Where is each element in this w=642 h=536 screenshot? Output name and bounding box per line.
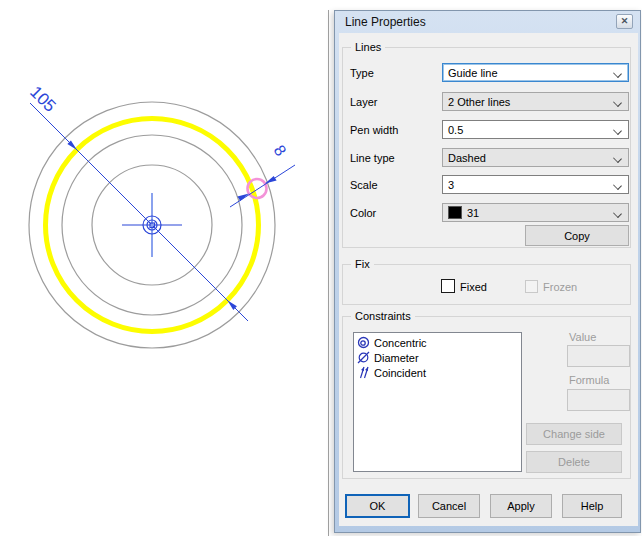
list-item-coincident[interactable]: Coincident xyxy=(354,365,521,380)
line-properties-dialog: Line Properties ✕ Lines Type Guide line … xyxy=(334,10,641,533)
constraint-label: Coincident xyxy=(374,367,426,379)
constraints-group-label: Constraints xyxy=(351,310,415,322)
chevron-down-icon xyxy=(613,69,622,78)
lines-group-label: Lines xyxy=(351,41,385,53)
help-button[interactable]: Help xyxy=(562,494,622,518)
color-swatch xyxy=(448,206,462,219)
delete-button: Delete xyxy=(526,451,622,473)
cad-drawing[interactable]: 105 8 xyxy=(0,0,334,536)
layer-combobox[interactable]: 2 Other lines xyxy=(442,92,629,111)
constraint-label: Diameter xyxy=(374,352,419,364)
change-side-button: Change side xyxy=(526,423,622,445)
copy-button[interactable]: Copy xyxy=(525,225,629,246)
frozen-checkbox xyxy=(525,280,538,293)
pen-width-value: 0.5 xyxy=(448,124,463,136)
scale-combobox[interactable]: 3 xyxy=(442,175,629,194)
frozen-checkbox-label: Frozen xyxy=(543,281,577,293)
scale-value: 3 xyxy=(448,179,454,191)
drawing-canvas[interactable]: 105 8 xyxy=(0,0,334,536)
chevron-down-icon xyxy=(613,126,622,135)
chevron-down-icon xyxy=(613,181,622,190)
chevron-down-icon xyxy=(613,154,622,163)
fixed-checkbox-label: Fixed xyxy=(460,281,487,293)
ok-button[interactable]: OK xyxy=(345,494,410,518)
value-input xyxy=(567,345,630,367)
diameter-icon xyxy=(357,351,370,364)
dialog-title: Line Properties xyxy=(345,15,426,29)
color-combobox[interactable]: 31 xyxy=(442,203,629,222)
dialog-content: Lines Type Guide line Layer 2 Other line… xyxy=(339,33,638,526)
fixed-checkbox[interactable] xyxy=(441,279,455,293)
color-label: Color xyxy=(350,207,376,219)
layer-value: 2 Other lines xyxy=(448,96,510,108)
color-value: 31 xyxy=(467,207,479,219)
type-combobox[interactable]: Guide line xyxy=(442,63,629,82)
application-window: 105 8 Line Properties ✕ Lines Ty xyxy=(0,0,642,536)
chevron-down-icon xyxy=(613,209,622,218)
close-button[interactable]: ✕ xyxy=(616,14,633,29)
type-value: Guide line xyxy=(448,67,498,79)
dimension-text-105[interactable]: 105 xyxy=(26,82,59,115)
concentric-icon xyxy=(357,336,370,349)
cancel-button[interactable]: Cancel xyxy=(418,494,480,518)
formula-label: Formula xyxy=(569,374,609,386)
pen-width-combobox[interactable]: 0.5 xyxy=(442,120,629,139)
formula-input xyxy=(567,389,630,411)
dialog-titlebar[interactable]: Line Properties xyxy=(335,11,640,33)
constraint-label: Concentric xyxy=(374,337,427,349)
close-icon: ✕ xyxy=(621,16,629,26)
list-item-concentric[interactable]: Concentric xyxy=(354,335,521,350)
value-label: Value xyxy=(569,331,596,343)
list-item-diameter[interactable]: Diameter xyxy=(354,350,521,365)
dimension-arrow xyxy=(237,193,249,201)
coincident-icon xyxy=(357,366,370,379)
line-type-combobox[interactable]: Dashed xyxy=(442,148,629,167)
fix-group-label: Fix xyxy=(351,258,374,270)
pen-width-label: Pen width xyxy=(350,124,398,136)
type-label: Type xyxy=(350,67,374,79)
apply-button[interactable]: Apply xyxy=(490,494,552,518)
chevron-down-icon xyxy=(613,98,622,107)
scale-label: Scale xyxy=(350,179,378,191)
line-type-label: Line type xyxy=(350,152,395,164)
line-type-value: Dashed xyxy=(448,152,486,164)
dimension-text-8[interactable]: 8 xyxy=(271,142,290,159)
constraints-listbox[interactable]: Concentric Diameter xyxy=(353,332,522,472)
layer-label: Layer xyxy=(350,96,378,108)
